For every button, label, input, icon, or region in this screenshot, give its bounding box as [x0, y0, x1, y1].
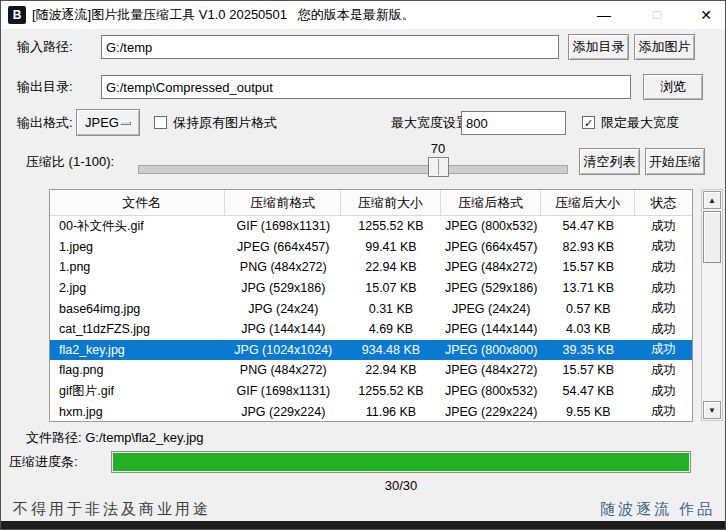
table-cell: 成功 [635, 300, 692, 317]
title-bar: B [随波逐流]图片批量压缩工具 V1.0 20250501 您的版本是最新版。… [1, 1, 725, 29]
keep-format-checkbox[interactable] [154, 116, 167, 129]
table-cell: PNG (484x272) [225, 260, 341, 274]
max-width-field[interactable] [461, 111, 566, 135]
scroll-down-icon[interactable]: ▼ [703, 401, 721, 419]
table-row[interactable]: 1.pngPNG (484x272)22.94 KBJPEG (484x272)… [50, 257, 692, 278]
footer-disclaimer: 不得用于非法及商业用途 [13, 500, 211, 519]
column-header[interactable]: 压缩前格式 [225, 190, 341, 215]
table-cell: 成功 [635, 259, 692, 276]
table-cell: JPEG (24x24) [441, 302, 542, 316]
keep-format-checkbox-label[interactable]: 保持原有图片格式 [173, 110, 277, 136]
table-cell: 54.47 KB [541, 384, 635, 398]
input-path-field[interactable] [101, 35, 559, 59]
table-cell: 成功 [635, 321, 692, 338]
table-cell: 成功 [635, 238, 692, 255]
column-header[interactable]: 压缩前大小 [341, 190, 441, 215]
table-cell: 1.jpeg [50, 240, 225, 254]
start-compress-button[interactable]: 开始压缩 [645, 148, 705, 175]
limit-width-checkbox-label[interactable]: 限定最大宽度 [601, 110, 679, 136]
table-cell: 934.48 KB [341, 343, 441, 357]
progress-bar [111, 451, 691, 473]
table-row[interactable]: flag.pngPNG (484x272)22.94 KBJPEG (484x2… [50, 360, 692, 381]
table-cell: 成功 [635, 341, 692, 358]
slider-handle[interactable] [428, 157, 449, 177]
table-cell: 0.57 KB [541, 302, 635, 316]
table-cell: 1.png [50, 260, 225, 274]
table-cell: 成功 [635, 403, 692, 420]
footer-credit: 随波逐流 作品 [600, 500, 715, 519]
table-cell: JPEG (664x457) [225, 240, 341, 254]
minimize-button[interactable]: — [587, 1, 621, 29]
table-scrollbar[interactable]: ▲ ▼ [701, 189, 723, 421]
table-cell: 54.47 KB [541, 219, 635, 233]
ratio-slider[interactable] [138, 156, 568, 178]
table-cell: JPEG (800x800) [441, 343, 542, 357]
table-cell: 0.31 KB [341, 302, 441, 316]
table-cell: JPG (144x144) [225, 322, 341, 336]
app-icon: B [8, 6, 26, 24]
app-window: B [随波逐流]图片批量压缩工具 V1.0 20250501 您的版本是最新版。… [0, 0, 726, 530]
format-combobox[interactable]: JPEG [76, 109, 140, 136]
table-cell: JPG (229x224) [225, 405, 341, 419]
table-cell: JPEG (144x144) [441, 322, 542, 336]
ratio-label: 压缩比 (1-100): [26, 149, 114, 175]
column-header[interactable]: 压缩后格式 [441, 190, 542, 215]
table-row[interactable]: base64img.jpgJPG (24x24)0.31 KBJPEG (24x… [50, 298, 692, 319]
table-cell: JPEG (484x272) [441, 363, 542, 377]
table-cell: GIF (1698x1131) [225, 219, 341, 233]
column-header[interactable]: 文件名 [50, 190, 225, 215]
table-cell: 15.57 KB [541, 260, 635, 274]
slider-track[interactable] [138, 165, 568, 174]
table-cell: JPEG (529x186) [441, 281, 542, 295]
table-row[interactable]: 2.jpgJPG (529x186)15.07 KBJPEG (529x186)… [50, 278, 692, 299]
table-cell: 13.71 KB [541, 281, 635, 295]
table-cell: JPG (529x186) [225, 281, 341, 295]
browse-button[interactable]: 浏览 [643, 74, 703, 100]
column-header[interactable]: 状态 [635, 190, 692, 215]
table-cell: cat_t1dzFZS.jpg [50, 322, 225, 336]
table-row[interactable]: cat_t1dzFZS.jpgJPG (144x144)4.69 KBJPEG … [50, 319, 692, 340]
table-cell: 4.69 KB [341, 322, 441, 336]
table-cell: 成功 [635, 362, 692, 379]
table-cell: GIF (1698x1131) [225, 384, 341, 398]
output-dir-label: 输出目录: [17, 74, 73, 100]
window-title: [随波逐流]图片批量压缩工具 V1.0 20250501 您的版本是最新版。 [32, 1, 415, 29]
add-image-button[interactable]: 添加图片 [634, 34, 695, 60]
column-header[interactable]: 压缩后大小 [541, 190, 635, 215]
progress-label: 压缩进度条: [9, 450, 78, 474]
table-cell: flag.png [50, 363, 225, 377]
scroll-up-icon[interactable]: ▲ [703, 191, 721, 209]
clear-list-button[interactable]: 清空列表 [579, 148, 640, 175]
combobox-dropdown-icon [120, 121, 131, 125]
table-cell: 00-补文件头.gif [50, 218, 225, 235]
table-cell: 82.93 KB [541, 240, 635, 254]
table-cell: 9.55 KB [541, 405, 635, 419]
table-row[interactable]: gif图片.gifGIF (1698x1131)1255.52 KBJPEG (… [50, 381, 692, 402]
table-cell: JPEG (229x224) [441, 405, 542, 419]
table-cell: 成功 [635, 280, 692, 297]
format-combobox-value: JPEG [85, 115, 119, 130]
table-row[interactable]: hxm.jpgJPG (229x224)11.96 KBJPEG (229x22… [50, 401, 692, 422]
output-dir-field[interactable] [101, 75, 631, 99]
table-row[interactable]: 00-补文件头.gifGIF (1698x1131)1255.52 KBJPEG… [50, 216, 692, 237]
table-cell: JPEG (800x532) [441, 219, 542, 233]
table-cell: 成功 [635, 218, 692, 235]
table-cell: PNG (484x272) [225, 363, 341, 377]
table-cell: JPG (1024x1024) [225, 343, 341, 357]
table-cell: 15.57 KB [541, 363, 635, 377]
table-row[interactable]: fla2_key.jpgJPG (1024x1024)934.48 KBJPEG… [50, 340, 692, 361]
limit-width-checkbox[interactable]: ✓ [582, 116, 595, 129]
progress-count: 30/30 [111, 478, 691, 493]
table-cell: 成功 [635, 383, 692, 400]
table-cell: gif图片.gif [50, 383, 225, 400]
table-cell: 11.96 KB [341, 405, 441, 419]
table-cell: 99.41 KB [341, 240, 441, 254]
table-cell: 15.07 KB [341, 281, 441, 295]
table-cell: hxm.jpg [50, 405, 225, 419]
file-table-header: 文件名压缩前格式压缩前大小压缩后格式压缩后大小状态 [50, 190, 692, 216]
table-row[interactable]: 1.jpegJPEG (664x457)99.41 KBJPEG (664x45… [50, 237, 692, 258]
scrollbar-thumb[interactable] [703, 211, 721, 263]
close-button[interactable]: ✕ [689, 1, 723, 29]
maximize-button[interactable]: □ [640, 1, 674, 29]
add-directory-button[interactable]: 添加目录 [568, 34, 629, 60]
